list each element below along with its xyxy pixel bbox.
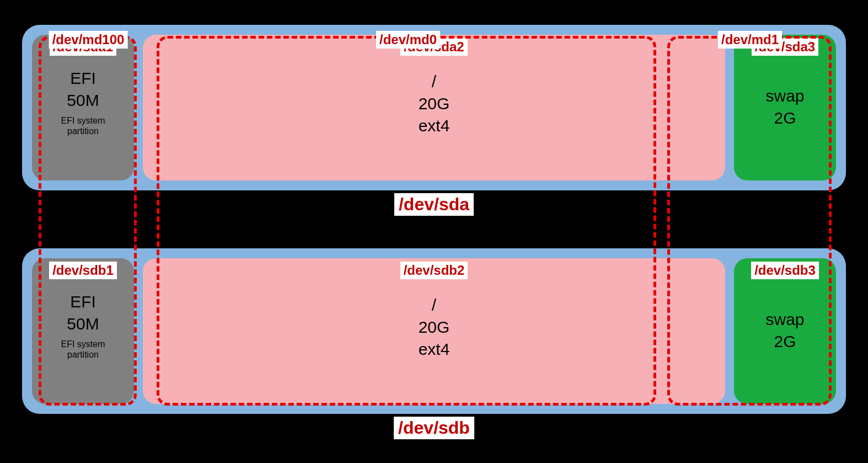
- partition-device-label: /dev/sdb1: [49, 262, 117, 279]
- raid-md0-label: /dev/md0: [376, 31, 440, 49]
- partition-device-label: /dev/sdb2: [400, 262, 468, 279]
- disk-sda: /dev/sda1 EFI 50M EFI system partition /…: [22, 25, 846, 190]
- partition-fs: ext4: [419, 116, 450, 135]
- partition-mount: swap: [765, 310, 804, 329]
- partition-sda1: /dev/sda1 EFI 50M EFI system partition: [32, 35, 134, 180]
- partition-sda3: /dev/sda3 swap 2G: [734, 35, 836, 180]
- disk-label-sdb: /dev/sdb: [394, 417, 474, 439]
- disk-label-sda: /dev/sda: [394, 193, 474, 216]
- disk-sdb: /dev/sdb1 EFI 50M EFI system partition /…: [22, 248, 846, 414]
- partition-size: 50M: [67, 91, 99, 110]
- partition-size: 20G: [419, 318, 450, 337]
- partition-size: 2G: [774, 109, 796, 127]
- partition-fs: ext4: [419, 340, 450, 359]
- raid-md1-label: /dev/md1: [718, 31, 782, 49]
- partition-size: 50M: [67, 315, 99, 333]
- partition-sdb1: /dev/sdb1 EFI 50M EFI system partition: [32, 258, 134, 404]
- partition-device-label: /dev/sdb3: [751, 262, 819, 279]
- partition-mount: EFI: [70, 69, 96, 88]
- partition-sda2: /dev/sda2 / 20G ext4: [143, 35, 725, 180]
- partition-info: EFI system partition: [61, 115, 105, 136]
- partition-mount: /: [432, 296, 436, 315]
- partition-mount: swap: [765, 87, 804, 105]
- raid-md100-label: /dev/md100: [49, 31, 128, 49]
- partition-info: EFI system partition: [61, 339, 105, 360]
- partition-size: 20G: [419, 94, 450, 113]
- partition-sdb3: /dev/sdb3 swap 2G: [734, 258, 836, 404]
- partition-mount: /: [432, 72, 436, 91]
- partition-mount: EFI: [70, 292, 96, 311]
- partition-size: 2G: [774, 332, 796, 351]
- partition-sdb2: /dev/sdb2 / 20G ext4: [143, 258, 725, 404]
